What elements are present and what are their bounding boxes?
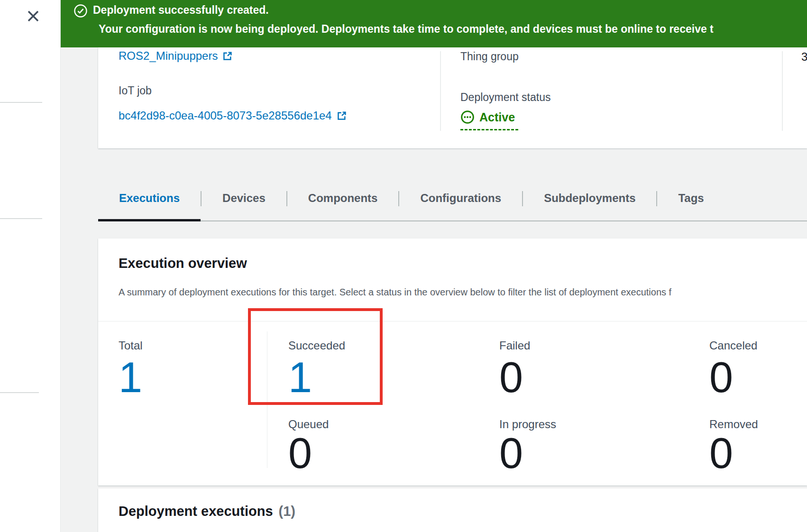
- stat-in-progress-value: 0: [499, 432, 523, 475]
- column-divider: [440, 51, 441, 131]
- stat-queued-label: Queued: [288, 418, 329, 431]
- rail-divider: [0, 102, 42, 103]
- status-text: Active: [479, 110, 515, 124]
- iot-job-id: bc4f2d98-c0ea-4005-8073-5e28556de1e4: [119, 109, 332, 122]
- stat-canceled-value: 0: [709, 356, 733, 399]
- left-rail: [0, 0, 61, 532]
- rail-divider: [0, 392, 39, 393]
- external-link-icon: [337, 111, 347, 121]
- execution-overview-title: Execution overview: [119, 256, 247, 271]
- stat-succeeded-value[interactable]: 1: [288, 356, 312, 399]
- stat-failed-value: 0: [499, 356, 523, 399]
- check-circle-icon: [73, 4, 88, 18]
- column-divider: [782, 51, 783, 131]
- success-banner: Deployment successfully created. Your co…: [61, 0, 807, 47]
- stat-removed-value: 0: [709, 432, 733, 475]
- banner-title: Deployment successfully created.: [93, 4, 269, 17]
- stat-total-value[interactable]: 1: [119, 356, 142, 399]
- tab-executions[interactable]: Executions: [98, 185, 201, 220]
- rail-divider: [0, 218, 42, 219]
- tab-subdeployments[interactable]: Subdeployments: [523, 185, 656, 220]
- target-thing-group-link[interactable]: ROS2_Minipuppers: [119, 49, 232, 63]
- thing-group-label: Thing group: [460, 50, 519, 63]
- stat-removed-label: Removed: [709, 418, 758, 431]
- deployment-executions-title: Deployment executions(1): [119, 504, 295, 519]
- active-status-icon: [460, 110, 475, 124]
- stat-canceled-label: Canceled: [709, 339, 757, 352]
- truncated-column-value: 3: [801, 50, 807, 64]
- tab-tags[interactable]: Tags: [657, 185, 724, 220]
- execution-overview-description: A summary of deployment executions for t…: [119, 287, 671, 298]
- tab-configurations[interactable]: Configurations: [399, 185, 522, 220]
- stat-failed-label: Failed: [499, 339, 530, 352]
- close-icon: [25, 8, 41, 24]
- close-button[interactable]: [24, 7, 43, 26]
- deployment-executions-card: Deployment executions(1): [98, 488, 807, 532]
- section-divider: [98, 321, 807, 321]
- stats-divider: [267, 331, 267, 468]
- deployment-status-label: Deployment status: [460, 91, 550, 104]
- execution-overview-card: Execution overview A summary of deployme…: [98, 238, 807, 486]
- iot-job-link[interactable]: bc4f2d98-c0ea-4005-8073-5e28556de1e4: [119, 109, 347, 122]
- stat-in-progress-label: In progress: [499, 418, 556, 431]
- target-link-label: ROS2_Minipuppers: [119, 49, 218, 63]
- stat-queued-value: 0: [288, 432, 312, 475]
- status-badge[interactable]: Active: [460, 110, 515, 124]
- external-link-icon: [222, 51, 232, 61]
- iot-job-label: IoT job: [119, 84, 152, 97]
- deployment-tabs: Executions Devices Components Configurat…: [98, 185, 807, 221]
- banner-message: Your configuration is now being deployed…: [99, 23, 714, 36]
- tab-components[interactable]: Components: [287, 185, 399, 220]
- stat-total-label: Total: [119, 339, 143, 352]
- deployment-overview-card: ROS2_Minipuppers IoT job bc4f2d98-c0ea-4…: [98, 47, 807, 148]
- tab-devices[interactable]: Devices: [202, 185, 286, 220]
- stat-succeeded-label: Succeeded: [288, 339, 345, 352]
- status-tooltip-underline: [460, 129, 518, 130]
- count-badge: (1): [279, 504, 295, 519]
